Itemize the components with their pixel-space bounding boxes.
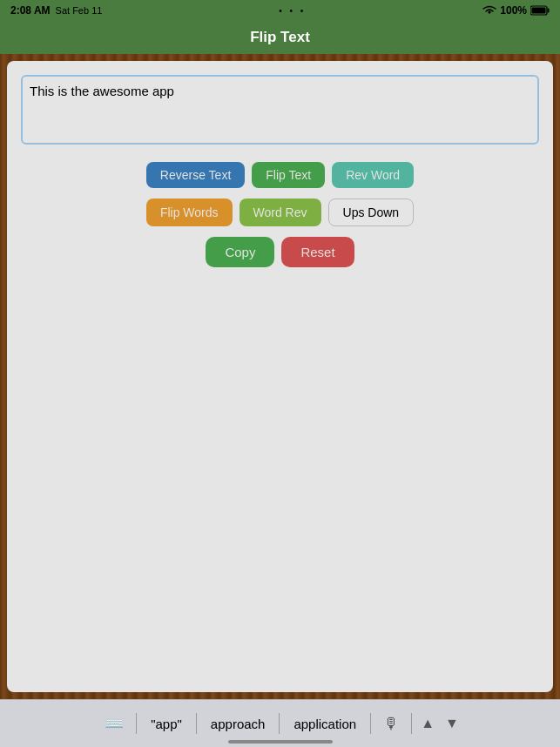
mic-icon[interactable]: 🎙 bbox=[374, 710, 408, 738]
buttons-section: Reverse Text Flip Text Rev Word Flip Wor… bbox=[146, 162, 414, 267]
status-date: Sat Feb 11 bbox=[56, 5, 103, 16]
battery-percent: 100% bbox=[500, 4, 527, 17]
text-input[interactable]: This is the awesome app bbox=[21, 75, 539, 145]
status-right: 100% bbox=[482, 4, 550, 17]
svg-rect-2 bbox=[531, 8, 545, 14]
flip-text-button[interactable]: Flip Text bbox=[252, 162, 325, 188]
divider-2 bbox=[196, 713, 197, 734]
up-arrow-button[interactable]: ▲ bbox=[415, 710, 440, 737]
status-dots: • • • bbox=[279, 6, 306, 16]
wifi-icon bbox=[482, 5, 496, 16]
copy-button[interactable]: Copy bbox=[206, 237, 274, 267]
status-bar: 2:08 AM Sat Feb 11 • • • 100% bbox=[0, 0, 560, 21]
nav-bar: Flip Text bbox=[0, 21, 560, 54]
status-time: 2:08 AM bbox=[10, 4, 51, 17]
suggestion-application[interactable]: application bbox=[283, 711, 367, 737]
divider-5 bbox=[411, 713, 412, 734]
button-row-3: Copy Reset bbox=[206, 237, 354, 267]
reverse-text-button[interactable]: Reverse Text bbox=[146, 162, 245, 188]
button-row-2: Flip Words Word Rev Ups Down bbox=[146, 199, 414, 226]
down-arrow-button[interactable]: ▼ bbox=[440, 710, 464, 737]
button-row-1: Reverse Text Flip Text Rev Word bbox=[146, 162, 414, 188]
divider-3 bbox=[279, 713, 280, 734]
keyboard-inner: ⌨️ "app" approach application 🎙 ▲ ▼ bbox=[0, 709, 560, 738]
rev-word-button[interactable]: Rev Word bbox=[332, 162, 414, 188]
divider-4 bbox=[370, 713, 371, 734]
home-indicator bbox=[228, 740, 333, 744]
keyboard-bar: ⌨️ "app" approach application 🎙 ▲ ▼ bbox=[0, 699, 560, 747]
divider-1 bbox=[136, 713, 137, 734]
suggestion-app[interactable]: "app" bbox=[140, 711, 192, 737]
keyboard-icon[interactable]: ⌨️ bbox=[96, 709, 132, 738]
suggestion-approach[interactable]: approach bbox=[200, 711, 276, 737]
wooden-frame: This is the awesome app Reverse Text Fli… bbox=[0, 54, 560, 699]
svg-rect-1 bbox=[547, 9, 549, 13]
reset-button[interactable]: Reset bbox=[281, 237, 354, 267]
main-content: This is the awesome app Reverse Text Fli… bbox=[7, 61, 553, 692]
flip-words-button[interactable]: Flip Words bbox=[146, 199, 233, 226]
battery-icon bbox=[530, 5, 550, 16]
ups-down-button[interactable]: Ups Down bbox=[328, 199, 415, 226]
nav-title: Flip Text bbox=[250, 29, 310, 46]
word-rev-button[interactable]: Word Rev bbox=[240, 199, 321, 226]
